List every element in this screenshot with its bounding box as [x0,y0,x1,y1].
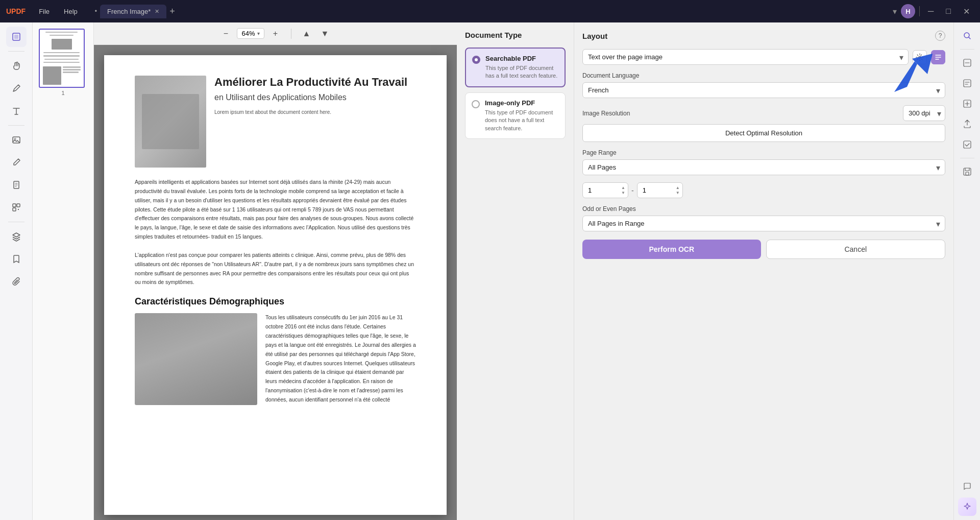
avatar: H [901,4,915,18]
perform-ocr-button[interactable]: Perform OCR [582,240,761,259]
pdf-area: − 64% ▾ + ▲ ▼ Améliorer La [94,22,457,520]
odd-even-label: Odd or Even Pages [582,205,945,212]
strip-chat-icon[interactable] [958,477,976,495]
sidebar-icon-bookmark[interactable] [6,249,27,269]
page-down-button[interactable]: ▼ [318,27,332,41]
page-to-down[interactable]: ▼ [675,191,681,195]
sidebar-divider-3 [8,222,24,222]
page-from-up[interactable]: ▲ [620,185,626,190]
image-only-pdf-radio[interactable] [472,100,480,108]
layout-settings-icon[interactable] [913,50,927,64]
layout-select[interactable]: Text over the page image Text under the … [582,49,909,65]
svg-rect-15 [966,172,969,175]
sidebar-icon-layers[interactable] [6,226,27,247]
strip-icon-3[interactable] [958,94,976,113]
doc-language-select[interactable]: French English German Spanish [582,82,945,98]
page-up-button[interactable]: ▲ [300,27,314,41]
tab-french-image[interactable]: French Image* ✕ [100,5,166,18]
detect-resolution-button[interactable]: Detect Optimal Resolution [582,124,945,142]
menu-file[interactable]: File [34,6,55,17]
sidebar-divider-1 [8,51,24,52]
page-from-down[interactable]: ▼ [620,191,626,195]
image-only-pdf-option[interactable]: Image-only PDF This type of PDF document… [465,92,566,139]
strip-ai-icon[interactable] [958,498,976,516]
odd-even-select[interactable]: All Pages in Range Odd Pages Only Even P… [582,216,945,231]
help-icon[interactable]: ? [935,31,945,41]
pdf-demographics-text: Tous les utilisateurs consécutifs du 1er… [265,313,416,405]
strip-icon-2[interactable] [958,74,976,92]
close-window-button[interactable]: ✕ [959,5,974,18]
searchable-pdf-radio[interactable] [472,56,480,64]
tab-dot-indicator: • [95,8,97,15]
tab-list-button[interactable]: ▾ [893,7,897,16]
menu-help[interactable]: Help [59,6,83,17]
strip-check-icon[interactable] [958,135,976,154]
thumbnail-page-1[interactable]: 1 [39,29,88,96]
svg-rect-8 [18,209,19,210]
strip-export-icon[interactable] [958,115,976,133]
pdf-paragraph-1: Appareils intelligents et applications b… [135,178,416,242]
resolution-select-wrapper: 300 dpi 150 dpi 600 dpi [903,105,945,121]
searchable-pdf-option[interactable]: Searchable PDF This type of PDF document… [465,48,566,87]
resolution-select[interactable]: 300 dpi 150 dpi 600 dpi [903,105,945,121]
pdf-toolbar: − 64% ▾ + ▲ ▼ [94,22,457,45]
strip-save-icon[interactable] [958,162,976,181]
sidebar-icon-attachment[interactable] [6,271,27,292]
thumbnail-image [39,29,85,88]
searchable-pdf-desc: This type of PDF document has a full tex… [485,64,558,80]
page-from-spinners: ▲ ▼ [620,185,626,195]
far-right-strip [953,22,980,520]
action-row: Perform OCR Cancel [582,240,945,259]
sidebar-icon-hand[interactable] [6,56,27,76]
page-to-up[interactable]: ▲ [675,185,681,190]
app-logo: UPDF [6,7,26,15]
ocr-panel-title: Document Type [465,31,566,39]
layout-extra-icon[interactable] [931,50,945,64]
sidebar-icon-image[interactable] [6,130,27,150]
svg-rect-11 [964,80,971,87]
svg-rect-6 [17,204,20,207]
page-number-label: 1 [39,90,88,96]
strip-search-icon[interactable] [958,27,976,45]
strip-icon-1[interactable] [958,54,976,72]
zoom-value: 64% [241,30,255,37]
layout-panel-header: Layout ? [582,31,945,41]
sidebar-icon-edit[interactable] [6,152,27,173]
zoom-in-button[interactable]: + [268,27,283,41]
sidebar-icon-text[interactable] [6,101,27,121]
pdf-content[interactable]: Améliorer La Productivité Au Travail en … [94,45,457,520]
titlebar-right: ▾ H ─ □ ✕ [893,4,974,18]
sidebar-divider-2 [8,125,24,126]
titlebar: UPDF File Help • French Image* ✕ + ▾ H ─… [0,0,980,22]
tab-close-button[interactable]: ✕ [155,8,159,15]
sidebar-icon-annotation[interactable] [6,78,27,99]
tab-title: French Image* [107,8,151,15]
pdf-section-title: Caractéristiques Démographiques [135,296,416,307]
page-range-select[interactable]: All Pages Custom Range [582,159,945,175]
tab-add-button[interactable]: + [169,6,175,17]
odd-even-wrapper: All Pages in Range Odd Pages Only Even P… [582,216,945,231]
doc-language-label: Document Language [582,72,945,79]
pdf-intro-text: Lorem ipsum text about the document cont… [214,108,416,116]
svg-rect-14 [964,168,971,175]
page-to-wrapper: ▲ ▼ [637,182,683,198]
thumbnail-panel: 1 [33,22,94,520]
sidebar-icon-ocr[interactable] [6,197,27,218]
sidebar-icon-select[interactable] [6,27,27,47]
ocr-panel: Document Type Searchable PDF This type o… [457,22,574,520]
strip-divider-1 [960,49,974,50]
page-range-inputs: ▲ ▼ - ▲ ▼ [582,182,945,198]
zoom-display: 64% ▾ [237,28,264,39]
zoom-out-button[interactable]: − [218,27,233,41]
maximize-window-button[interactable]: □ [942,5,955,18]
strip-divider-2 [960,158,974,158]
zoom-dropdown-arrow[interactable]: ▾ [257,31,260,36]
svg-point-3 [14,138,16,140]
sidebar-icon-pages[interactable] [6,175,27,195]
page-range-label: Page Range [582,149,945,156]
toolbar-divider [291,29,291,39]
cancel-button[interactable]: Cancel [766,240,946,259]
image-resolution-label: Image Resolution [582,110,630,117]
main-area: 1 − 64% ▾ + ▲ ▼ [0,22,980,520]
minimize-window-button[interactable]: ─ [924,5,938,18]
